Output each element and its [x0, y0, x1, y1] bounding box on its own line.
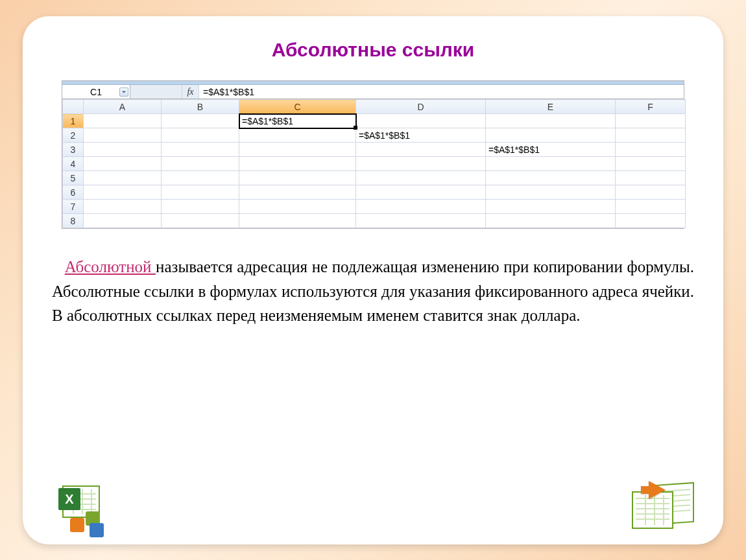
cell-A4[interactable] — [84, 157, 162, 171]
cell-F1[interactable] — [616, 114, 686, 128]
cell-D8[interactable] — [356, 214, 486, 228]
slide-card: Абсолютные ссылки C1 fx =$A$1*$B$1 A B C — [23, 16, 723, 544]
cell-A6[interactable] — [84, 185, 162, 200]
col-header-E[interactable]: E — [486, 100, 616, 114]
cell-C6[interactable] — [239, 185, 356, 200]
row-1: 1 =$A$1*$B$1 — [63, 114, 686, 128]
row-header-4[interactable]: 4 — [63, 157, 84, 171]
cell-A3[interactable] — [84, 143, 162, 157]
cell-D1[interactable] — [356, 114, 486, 128]
cell-B1[interactable] — [162, 114, 239, 128]
cell-D3[interactable] — [356, 143, 486, 157]
cell-F8[interactable] — [616, 214, 686, 228]
cell-F2[interactable] — [616, 128, 686, 143]
col-header-B[interactable]: B — [162, 100, 239, 114]
cell-E8[interactable] — [486, 214, 616, 228]
select-all-corner[interactable] — [63, 100, 84, 114]
formula-bar-gap — [130, 85, 182, 99]
col-header-A[interactable]: A — [84, 100, 162, 114]
keyword-absolute: Абсолютной — [65, 258, 156, 275]
cell-F4[interactable] — [616, 157, 686, 171]
col-header-D[interactable]: D — [356, 100, 486, 114]
cell-A8[interactable] — [84, 214, 162, 228]
formula-bar: C1 fx =$A$1*$B$1 — [62, 85, 684, 99]
cell-C4[interactable] — [239, 157, 356, 171]
name-box[interactable]: C1 — [62, 85, 130, 99]
cell-F5[interactable] — [616, 171, 686, 185]
row-header-5[interactable]: 5 — [63, 171, 84, 185]
orange-square-icon — [70, 518, 84, 532]
cell-A7[interactable] — [84, 200, 162, 214]
row-5: 5 — [63, 171, 686, 185]
col-header-C[interactable]: C — [239, 100, 356, 114]
cell-B5[interactable] — [162, 171, 239, 185]
cell-C8[interactable] — [239, 214, 356, 228]
cell-A2[interactable] — [84, 128, 162, 143]
excel-screenshot: C1 fx =$A$1*$B$1 A B C D E F — [62, 80, 684, 229]
cell-B8[interactable] — [162, 214, 239, 228]
cell-C5[interactable] — [239, 171, 356, 185]
row-header-3[interactable]: 3 — [63, 143, 84, 157]
cell-E6[interactable] — [486, 185, 616, 200]
row-header-1[interactable]: 1 — [63, 114, 84, 128]
cell-E1[interactable] — [486, 114, 616, 128]
spreadsheet-grid: A B C D E F 1 =$A$1*$B$1 2 = — [62, 99, 686, 228]
cell-C2[interactable] — [239, 128, 356, 143]
cell-E5[interactable] — [486, 171, 616, 185]
cell-B4[interactable] — [162, 157, 239, 171]
cell-A1[interactable] — [84, 114, 162, 128]
name-box-dropdown-icon[interactable] — [119, 88, 128, 97]
cell-F7[interactable] — [616, 200, 686, 214]
slide-title: Абсолютные ссылки — [39, 39, 707, 61]
cell-D7[interactable] — [356, 200, 486, 214]
cell-E7[interactable] — [486, 200, 616, 214]
cell-D6[interactable] — [356, 185, 486, 200]
cell-B2[interactable] — [162, 128, 239, 143]
cell-B3[interactable] — [162, 143, 239, 157]
cell-C1[interactable]: =$A$1*$B$1 — [239, 114, 356, 128]
cell-C7[interactable] — [239, 200, 356, 214]
name-box-value: C1 — [90, 87, 102, 97]
row-8: 8 — [63, 214, 686, 228]
excel-2007-icon: X — [58, 483, 120, 535]
fx-button[interactable]: fx — [182, 85, 199, 99]
row-header-2[interactable]: 2 — [63, 128, 84, 143]
cell-B7[interactable] — [162, 200, 239, 214]
cell-D5[interactable] — [356, 171, 486, 185]
formula-input[interactable]: =$A$1*$B$1 — [199, 85, 684, 99]
cell-E4[interactable] — [486, 157, 616, 171]
cell-C3[interactable] — [239, 143, 356, 157]
blue-square-icon — [90, 523, 104, 537]
cell-E2[interactable] — [486, 128, 616, 143]
row-6: 6 — [63, 185, 686, 200]
row-3: 3 =$A$1*$B$1 — [63, 143, 686, 157]
row-2: 2 =$A$1*$B$1 — [63, 128, 686, 143]
cell-B6[interactable] — [162, 185, 239, 200]
cell-D2[interactable]: =$A$1*$B$1 — [356, 128, 486, 143]
excel-export-icon — [629, 480, 694, 535]
row-header-6[interactable]: 6 — [63, 185, 84, 200]
orange-arrow-icon — [649, 481, 666, 499]
cell-F6[interactable] — [616, 185, 686, 200]
excel-x-badge: X — [58, 488, 80, 510]
col-header-F[interactable]: F — [616, 100, 686, 114]
cell-D4[interactable] — [356, 157, 486, 171]
row-7: 7 — [63, 200, 686, 214]
cell-A5[interactable] — [84, 171, 162, 185]
explanation-paragraph: Абсолютной называется адресация не подле… — [52, 255, 694, 328]
row-header-8[interactable]: 8 — [63, 214, 84, 228]
row-4: 4 — [63, 157, 686, 171]
cell-E3[interactable]: =$A$1*$B$1 — [486, 143, 616, 157]
row-header-7[interactable]: 7 — [63, 200, 84, 214]
cell-F3[interactable] — [616, 143, 686, 157]
column-header-row: A B C D E F — [63, 100, 686, 114]
